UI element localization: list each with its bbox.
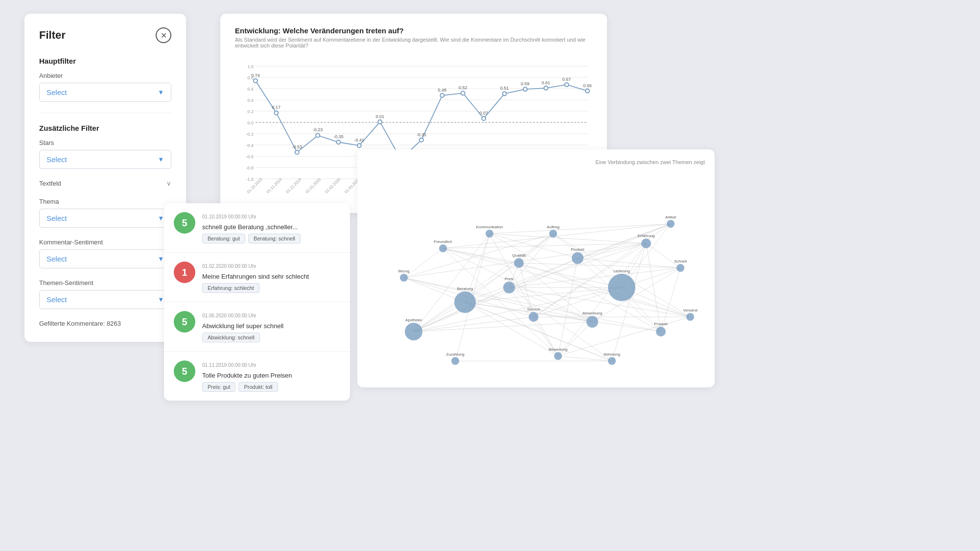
anbieter-label: Anbieter [39, 72, 171, 79]
comment-score-circle: 5 [174, 311, 195, 333]
stars-label: Stars [39, 139, 171, 146]
svg-point-48 [523, 87, 527, 91]
comment-item: 501.06.2020 00:00:00 UhrAbwicklung lief … [164, 302, 350, 352]
comment-score-circle: 5 [174, 212, 195, 234]
divider [39, 113, 171, 113]
svg-text:Lieferung: Lieferung [613, 269, 630, 273]
comment-item: 101.02.2020 00:00:00 UhrMeine Erfahrunge… [164, 253, 350, 302]
svg-text:0.0: 0.0 [247, 120, 254, 125]
comment-body: 01.02.2020 00:00:00 UhrMeine Erfahrungen… [202, 262, 340, 293]
comment-body: 01.11.2019 00:00:00 UhrTolle Produkte zu… [202, 360, 340, 392]
comment-tags: Beratung: gutBeratung: schnell [202, 234, 340, 243]
svg-point-156 [503, 282, 515, 293]
themen-select-value: Select [47, 295, 67, 304]
svg-point-176 [486, 230, 493, 238]
svg-line-118 [558, 258, 578, 356]
svg-line-96 [509, 268, 680, 287]
network-panel: Eine Verbindung zwischen zwei Themen zei… [357, 149, 715, 387]
svg-text:Auftrag: Auftrag [547, 225, 560, 229]
svg-text:Artikel: Artikel [665, 215, 676, 219]
svg-point-50 [544, 86, 548, 90]
svg-point-188 [554, 352, 562, 360]
svg-line-146 [404, 234, 553, 278]
close-button[interactable]: ✕ [156, 27, 171, 43]
comment-date: 01.11.2019 00:00:00 Uhr [202, 362, 340, 368]
svg-text:0.07: 0.07 [479, 111, 488, 116]
svg-line-119 [592, 268, 680, 322]
svg-line-143 [490, 224, 671, 234]
svg-line-139 [404, 248, 443, 278]
comment-text: Tolle Produkte zu guten Preisen [202, 372, 340, 379]
svg-text:-0.31: -0.31 [417, 132, 427, 137]
textfeld-chevron-icon: ∨ [166, 180, 171, 187]
anbieter-select[interactable]: Select ▼ [39, 83, 171, 102]
hauptfilter-title: Hauptfilter [39, 57, 171, 65]
svg-text:0.61: 0.61 [541, 80, 550, 85]
stars-select-value: Select [47, 155, 67, 164]
comment-tags: Abwicklung: schnell [202, 333, 340, 342]
kommentar-select[interactable]: Select ▼ [39, 249, 171, 268]
stars-filter-group: Stars Select ▼ [39, 139, 171, 169]
svg-text:Freundlich: Freundlich [434, 240, 452, 244]
svg-point-164 [586, 316, 598, 328]
svg-text:Abwicklung: Abwicklung [583, 311, 602, 315]
svg-text:Versand: Versand [683, 308, 697, 312]
comment-date: 01.02.2020 00:00:00 Uhr [202, 264, 340, 269]
svg-point-28 [316, 133, 320, 137]
svg-line-78 [414, 258, 578, 332]
chart-title: Entwicklung: Welche Veränderungen treten… [235, 26, 592, 35]
svg-text:-0.6: -0.6 [246, 154, 254, 159]
comment-text: schnell gute Beratung ,schneller... [202, 223, 340, 231]
svg-text:01.11.2019: 01.11.2019 [266, 177, 283, 194]
comment-item: 501.11.2019 00:00:00 UhrTolle Produkte z… [164, 352, 350, 401]
svg-text:01.12.2019: 01.12.2019 [285, 177, 303, 194]
zusaetzliche-title: Zusätzliche Filter [39, 124, 171, 132]
svg-point-158 [514, 258, 524, 268]
svg-point-154 [454, 291, 476, 313]
themen-filter-group: Themen-Sentiment Select ▼ [39, 279, 171, 309]
svg-text:-0.23: -0.23 [313, 127, 323, 132]
svg-point-166 [608, 274, 635, 301]
svg-text:0.48: 0.48 [438, 88, 447, 93]
svg-point-42 [461, 91, 465, 95]
svg-text:01.01.2020: 01.01.2020 [305, 177, 322, 194]
svg-text:-0.8: -0.8 [246, 166, 254, 170]
thema-select[interactable]: Select ▼ [39, 209, 171, 228]
kommentar-chevron-icon: ▼ [158, 255, 164, 263]
svg-line-93 [509, 287, 592, 322]
svg-text:Preis: Preis [505, 277, 513, 281]
svg-point-54 [585, 89, 589, 93]
comment-date: 01.10.2019 00:00:00 Uhr [202, 214, 340, 219]
thema-label: Thema [39, 198, 171, 205]
svg-point-26 [295, 150, 299, 154]
anbieter-select-value: Select [47, 88, 67, 96]
kommentar-label: Kommentar-Sentiment [39, 239, 171, 246]
thema-chevron-icon: ▼ [158, 215, 164, 222]
svg-point-22 [254, 79, 257, 83]
svg-line-104 [443, 248, 519, 263]
comment-tag: Produkt: toll [238, 382, 278, 392]
svg-point-38 [420, 138, 423, 142]
textfeld-row[interactable]: Textfeld ∨ [39, 180, 171, 187]
svg-text:-0.41: -0.41 [354, 138, 365, 143]
svg-point-40 [440, 94, 444, 97]
themen-select[interactable]: Select ▼ [39, 290, 171, 309]
svg-point-184 [667, 220, 675, 228]
chart-subtitle: Als Standard wird der Sentiment auf Komm… [235, 37, 592, 48]
filtered-count: Gefilterte Kommentare: 8263 [39, 320, 171, 327]
filter-panel: Filter ✕ Hauptfilter Anbieter Select ▼ Z… [24, 14, 186, 342]
svg-text:0.17: 0.17 [272, 105, 281, 110]
thema-select-value: Select [47, 214, 67, 222]
anbieter-filter-group: Anbieter Select ▼ [39, 72, 171, 102]
stars-select[interactable]: Select ▼ [39, 150, 171, 169]
svg-point-32 [357, 144, 361, 147]
svg-text:Zuzahlung: Zuzahlung [446, 352, 464, 357]
comment-tag: Erfahrung: schlecht [202, 283, 259, 293]
svg-text:Apotheke: Apotheke [405, 318, 422, 322]
themen-label: Themen-Sentiment [39, 279, 171, 287]
comment-item: 501.10.2019 00:00:00 Uhrschnell gute Ber… [164, 203, 350, 253]
svg-text:Produkt: Produkt [571, 247, 584, 252]
svg-line-132 [490, 234, 646, 243]
svg-text:0.67: 0.67 [562, 77, 571, 82]
svg-line-79 [414, 322, 592, 332]
